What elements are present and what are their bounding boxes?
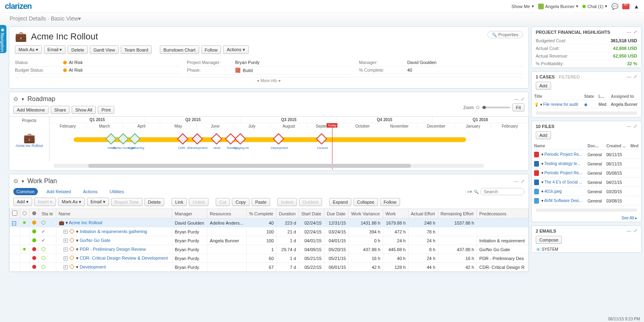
grid-col-header[interactable]: Duration	[277, 209, 299, 219]
proj-action-button[interactable]: Actions ▾	[223, 45, 248, 54]
wp-tab[interactable]: Common	[13, 188, 38, 195]
cases-col-header[interactable]: L...	[597, 93, 609, 100]
grid-col-header[interactable]	[29, 209, 39, 219]
roadmap-button[interactable]: Add Milestone	[13, 106, 49, 114]
pct-value[interactable]: 40	[407, 68, 523, 72]
add-case-button[interactable]: Add	[536, 82, 551, 90]
expand-icon[interactable]: ⤢	[521, 179, 524, 184]
chat-menu[interactable]: Chat (1) ▾	[582, 4, 607, 9]
files-col-header[interactable]: Name	[533, 142, 585, 150]
grid-col-header[interactable]: Work Variance	[349, 209, 383, 219]
wp-row[interactable]: + ▾ CDR- Critical Design Review & Develo…	[10, 254, 528, 263]
more-info-toggle[interactable]: ▾ More info ▾	[15, 77, 523, 84]
file-row[interactable]: ▾ Periodic Project Re...General05/08/15	[533, 169, 640, 178]
navigation-rail[interactable]: ◉ Navigation	[0, 25, 6, 53]
compose-button[interactable]: Compose	[536, 236, 562, 244]
proj-action-button[interactable]: Gantt View	[90, 45, 119, 54]
expand-toggle[interactable]: +	[64, 248, 68, 252]
case-row[interactable]: 💡 ▾ File review for audit ◉ Med Angela B…	[533, 101, 640, 108]
zoom-radio[interactable]	[476, 106, 479, 109]
pm-value[interactable]: Bryan Purdy	[235, 60, 351, 65]
task-name-link[interactable]: CDR- Critical Design Review & Developmen…	[80, 256, 168, 260]
wp-toolbar-button[interactable]: Delete	[144, 198, 165, 206]
status-value[interactable]: At Risk	[63, 60, 179, 65]
grid-col-header[interactable]: Work	[383, 209, 408, 219]
alert-icon[interactable]: ▲	[634, 3, 639, 10]
roadmap-button[interactable]: Share	[51, 106, 70, 114]
file-row[interactable]: ▾ 401k.jpegGeneral03/20/15	[533, 188, 640, 196]
proj-action-button[interactable]: Delete	[68, 45, 88, 54]
file-row[interactable]: ▾ The 4 E's of Social ...General04/21/15	[533, 178, 640, 187]
wp-tab[interactable]: Utilities	[106, 188, 127, 195]
minimize-icon[interactable]: —	[514, 179, 518, 184]
grid-col-header[interactable]: Resources	[207, 209, 247, 219]
milestone-marker[interactable]	[177, 133, 188, 144]
search-input[interactable]	[480, 188, 524, 195]
expand-icon[interactable]: ⤢	[634, 228, 637, 233]
add-file-button[interactable]: Add	[536, 131, 551, 139]
expand-icon[interactable]: ⤢	[634, 74, 637, 79]
expand-toggle[interactable]: +	[64, 265, 68, 269]
file-row[interactable]: ▾ AVM Software Desi...General03/08/15	[533, 197, 640, 205]
budget-value[interactable]: At Risk	[63, 68, 179, 72]
gear-icon[interactable]: ⚙	[13, 178, 19, 184]
email-row[interactable]: 📧 SYSTEM	[532, 246, 641, 252]
grid-col-header[interactable]: Actual Effort	[408, 209, 438, 219]
task-name-link[interactable]: Go/No Go Gate	[80, 238, 110, 243]
grid-col-header[interactable]: Sta te	[39, 209, 56, 219]
expand-icon[interactable]: ⤢	[634, 29, 637, 35]
roadmap-row-label[interactable]: 💼 Acme Inc Rollout	[9, 129, 50, 161]
fit-button[interactable]: Fit	[512, 103, 524, 111]
task-name-link[interactable]: Acme Inc Rollout	[69, 220, 102, 225]
expand-toggle[interactable]: +	[64, 239, 68, 243]
files-scrollbar[interactable]	[536, 208, 637, 212]
properties-button[interactable]: 🔍Properties	[487, 31, 523, 38]
phase-value[interactable]: 🧱 Build	[235, 68, 351, 73]
chat-bubble-icon[interactable]: 💬	[611, 3, 618, 10]
cases-col-header[interactable]: Title	[533, 93, 582, 100]
wp-toolbar-button[interactable]: Collapse	[353, 198, 378, 206]
files-col-header[interactable]: Med	[629, 142, 640, 150]
timeline-scrollbar[interactable]	[54, 164, 484, 168]
minimize-icon[interactable]: —	[627, 124, 631, 129]
grid-col-header[interactable]: Remaining Effort	[438, 209, 477, 219]
proj-action-button[interactable]: Burndown Chart	[160, 45, 199, 54]
milestone-marker[interactable]	[273, 133, 284, 144]
wp-toolbar-button[interactable]: Email ▾	[87, 198, 109, 206]
milestone-marker[interactable]	[211, 133, 222, 144]
expand-toggle[interactable]: +	[64, 230, 68, 234]
proj-action-button[interactable]: Email ▾	[44, 45, 66, 54]
roadmap-button[interactable]: Show All	[72, 106, 96, 114]
file-row[interactable]: ▾ Testing strategy te...General06/11/15	[533, 160, 640, 168]
wp-tab[interactable]: Actions	[80, 188, 101, 195]
milestone-marker[interactable]	[192, 133, 203, 144]
milestone-marker[interactable]	[129, 133, 140, 144]
roadmap-button[interactable]: Print	[98, 106, 114, 114]
expand-toggle[interactable]: +	[64, 256, 68, 260]
wp-toolbar-button[interactable]: Mark As ▾	[58, 198, 85, 206]
wp-toolbar-button[interactable]: Paste	[252, 198, 270, 206]
logo[interactable]: clarizen	[5, 2, 31, 11]
minimize-icon[interactable]: —	[627, 74, 631, 79]
proj-action-button[interactable]: Follow	[201, 45, 221, 54]
wp-toolbar-button[interactable]: Copy	[232, 198, 250, 206]
select-all-checkbox[interactable]	[12, 211, 17, 216]
milestone-marker[interactable]	[235, 133, 246, 144]
expand-icon[interactable]: ⤢	[521, 97, 524, 102]
minimize-icon[interactable]: —	[514, 97, 518, 102]
inbox-icon[interactable]	[622, 4, 630, 9]
proj-action-button[interactable]: Team Board	[121, 45, 152, 54]
mgr-value[interactable]: David Goulden	[407, 60, 523, 65]
filter-icon[interactable]: ≡▾	[467, 189, 472, 194]
grid-col-header[interactable]: Manager	[172, 209, 207, 219]
milestone-marker[interactable]	[117, 133, 128, 144]
gear-icon[interactable]: ⚙	[13, 96, 19, 102]
milestone-marker[interactable]	[316, 133, 327, 144]
wp-row[interactable]: + ▾ DevelopmentBryan Purdy677 d05/22/150…	[10, 263, 528, 272]
proj-action-button[interactable]: Mark As ▾	[15, 45, 42, 54]
wp-row[interactable]: ✔ + ▾ Go/No Go GateBryan PurdyAngela Bun…	[10, 236, 528, 245]
show-me-menu[interactable]: Show Me ▾	[512, 4, 534, 9]
zoom-slider[interactable]	[482, 107, 510, 108]
wp-row[interactable]: ✔ + ▾ Initiation & requirements gatherin…	[10, 227, 528, 236]
files-col-header[interactable]: Created ...	[605, 142, 628, 150]
